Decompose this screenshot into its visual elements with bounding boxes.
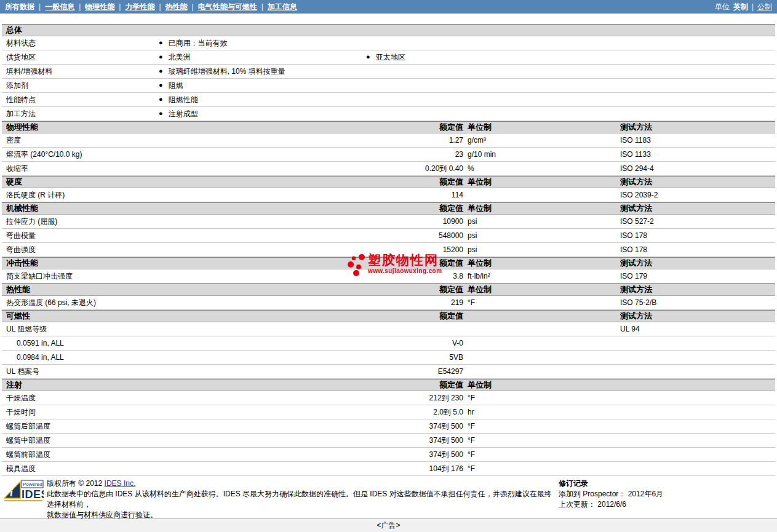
property-value: 212到 230 — [340, 391, 463, 405]
section-title: 总体 — [6, 25, 22, 36]
property-unit: °F — [468, 391, 475, 405]
property-label: 弯曲强度 — [6, 243, 36, 256]
property-label: 供货地区 — [6, 50, 36, 64]
section-header-section-3: 机械性能额定值单位制测试方法 — [2, 202, 775, 215]
column-header-method: 测试方法 — [620, 203, 652, 214]
revision-title: 修订记录 — [559, 478, 663, 489]
column-header-unit: 单位制 — [468, 122, 492, 133]
property-value: 374到 500 — [340, 448, 463, 461]
section-title: 注射 — [6, 379, 22, 391]
nav-item-6[interactable]: 电气性能与可燃性 — [198, 2, 257, 12]
section-title: 硬度 — [6, 177, 22, 188]
unit-option-2[interactable]: 公制 — [757, 2, 772, 12]
property-value: E54297 — [340, 365, 463, 378]
nav-item-1[interactable]: 所有数据 — [5, 2, 34, 12]
table-row: 性能特点●阻燃性能 — [2, 93, 775, 107]
nav-item-7[interactable]: 加工信息 — [268, 2, 297, 12]
bullet-icon: ● — [159, 78, 163, 92]
property-test-method: UL 94 — [620, 322, 640, 336]
property-unit: psi — [468, 243, 477, 256]
property-label: 螺筒后部温度 — [6, 419, 50, 433]
table-row: 添加剂●阻燃 — [2, 79, 775, 93]
section-header-section-5: 热性能额定值单位制测试方法 — [2, 284, 775, 296]
property-value: 0.20到 0.40 — [340, 162, 463, 175]
property-label: 收缩率 — [6, 162, 28, 175]
column-header-method: 测试方法 — [620, 258, 652, 269]
property-value: 114 — [340, 188, 463, 202]
property-unit: psi — [468, 215, 477, 228]
column-header-unit: 单位制 — [468, 258, 492, 269]
nav-item-4[interactable]: 力学性能 — [125, 2, 154, 12]
property-label: 熔流率 (240°C/10.0 kg) — [6, 148, 82, 161]
property-label: UL 阻燃等级 — [6, 322, 47, 336]
property-value: 10900 — [340, 215, 463, 228]
table-row: 供货地区●北美洲●亚太地区 — [2, 50, 775, 65]
table-row: 干燥温度212到 230°F — [2, 391, 775, 405]
property-label: 模具温度 — [6, 462, 36, 475]
column-header-unit: 单位制 — [468, 379, 492, 391]
property-test-method: ISO 2039-2 — [620, 188, 658, 202]
nav-separator: | — [39, 2, 41, 11]
property-value-item: ●玻璃纤维增强材料, 10% 填料按重量 — [159, 65, 285, 78]
property-label: 填料/增强材料 — [6, 65, 52, 78]
property-value-item: ●已商用：当前有效 — [159, 36, 228, 50]
nav-separator: | — [159, 2, 161, 11]
table-row: 干燥时间2.0到 5.0hr — [2, 405, 775, 419]
column-header-value: 额定值 — [340, 284, 463, 295]
property-label: 洛氏硬度 (R 计秤) — [6, 188, 65, 202]
property-label: 拉伸应力 (屈服) — [6, 215, 57, 228]
nav-item-3[interactable]: 物理性能 — [85, 2, 114, 12]
section-title: 热性能 — [6, 284, 30, 295]
column-header-value: 额定值 — [340, 258, 463, 269]
unit-option-1[interactable]: 英制 — [733, 2, 748, 12]
table-row: 洛氏硬度 (R 计秤)114ISO 2039-2 — [2, 188, 775, 202]
section-title: 机械性能 — [6, 203, 38, 214]
table-row: 螺筒中部温度374到 500°F — [2, 434, 775, 448]
nav-separator: | — [261, 2, 263, 11]
property-label: 干燥时间 — [6, 405, 36, 419]
section-header-section-2: 硬度额定值单位制测试方法 — [2, 176, 775, 188]
copyright-block: 版权所有 © 2012 IDES Inc. 此数据表中的信息由 IDES 从该材… — [47, 478, 559, 520]
nav-item-5[interactable]: 热性能 — [165, 2, 188, 12]
property-value-item: ●阻燃性能 — [159, 93, 198, 106]
property-test-method: ISO 179 — [620, 269, 647, 283]
nav-item-2[interactable]: 一般信息 — [45, 2, 74, 12]
property-value: 1.27 — [340, 133, 463, 147]
unit-switch: 单位 英制|公制 — [715, 2, 772, 12]
column-header-value: 额定值 — [340, 379, 463, 391]
property-label: 性能特点 — [6, 93, 36, 106]
property-label: 密度 — [6, 133, 21, 147]
property-value-text: 已商用：当前有效 — [169, 39, 228, 47]
property-label: 干燥温度 — [6, 391, 36, 405]
bullet-icon: ● — [159, 64, 163, 77]
table-row: UL 档案号E54297 — [2, 365, 775, 379]
property-value: 104到 176 — [340, 462, 463, 475]
property-unit: °F — [468, 419, 475, 433]
property-label: 热变形温度 (66 psi, 未退火) — [6, 296, 96, 309]
property-label: 加工方法 — [6, 107, 36, 121]
svg-text:Powered by: Powered by — [23, 482, 44, 487]
property-test-method: ISO 178 — [620, 243, 647, 256]
column-header-method: 测试方法 — [620, 311, 652, 322]
table-row: 弯曲模量548000psiISO 178 — [2, 229, 775, 243]
property-value-text: 北美洲 — [169, 53, 191, 62]
property-value: 2.0到 5.0 — [340, 405, 463, 419]
property-unit: g/10 min — [468, 148, 496, 161]
property-value-text: 亚太地区 — [376, 53, 405, 62]
property-value: 5VB — [340, 351, 463, 364]
footer: i Powered by IDES 版权所有 © 2012 IDES Inc. … — [2, 477, 775, 515]
section-header-section-6: 可燃性额定值测试方法 — [2, 310, 775, 322]
property-unit: hr — [468, 405, 474, 419]
nav-separator: | — [79, 2, 81, 11]
disclaimer-line-1: 此数据表中的信息由 IDES 从该材料的生产商处获得。IDES 尽最大努力确保此… — [47, 489, 559, 510]
nav-links: 所有数据|一般信息|物理性能|力学性能|热性能|电气性能与可燃性|加工信息 — [5, 2, 297, 12]
svg-text:IDES: IDES — [22, 488, 44, 501]
property-label: 螺筒前部温度 — [6, 448, 50, 461]
svg-text:i: i — [10, 486, 13, 499]
property-value: 15200 — [340, 243, 463, 256]
revision-record: 修订记录 添加到 Prospector： 2012年6月 上次更新： 2012/… — [559, 478, 663, 510]
table-row: 加工方法●注射成型 — [2, 107, 775, 121]
ides-inc-link[interactable]: IDES Inc. — [105, 479, 136, 488]
column-header-value: 额定值 — [340, 203, 463, 214]
column-header-unit: 单位制 — [468, 177, 492, 188]
